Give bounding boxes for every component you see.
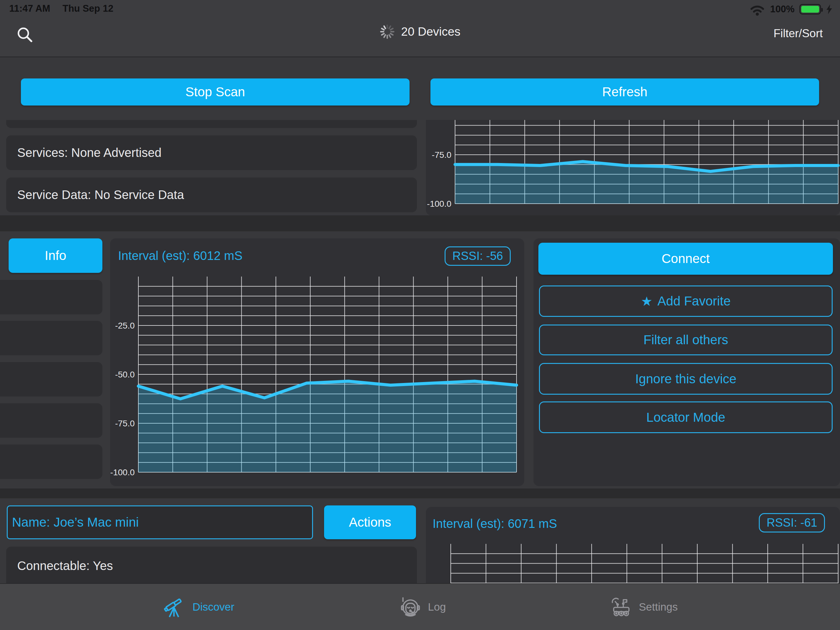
- filter-all-others-button[interactable]: Filter all others: [539, 324, 833, 355]
- interval-label: Interval (est): 6071 mS: [433, 517, 557, 531]
- device-actions-panel: Connect ★ Add Favorite Filter all others…: [534, 238, 840, 486]
- locator-mode-button[interactable]: Locator Mode: [539, 401, 833, 433]
- list-item[interactable]: [0, 321, 103, 355]
- tab-log-label: Log: [428, 601, 446, 613]
- svg-text:-50.0: -50.0: [115, 370, 135, 379]
- search-icon[interactable]: [16, 26, 34, 44]
- device-name-field[interactable]: Name: Joe’s Mac mini: [7, 505, 313, 539]
- rssi-badge: RSSI: -56: [445, 246, 511, 266]
- svg-text:-25.0: -25.0: [115, 321, 135, 330]
- interval-label: Interval (est): 6012 mS: [118, 249, 243, 263]
- ignore-device-button[interactable]: Ignore this device: [539, 363, 833, 395]
- tab-discover-label: Discover: [193, 601, 234, 613]
- add-favorite-label: Add Favorite: [657, 294, 731, 309]
- tab-settings[interactable]: Settings: [609, 584, 677, 630]
- status-left: 11:47 AM Thu Sep 12: [9, 3, 114, 14]
- tab-discover[interactable]: Discover: [163, 584, 234, 630]
- info-tab-button[interactable]: Info: [9, 238, 103, 273]
- rssi-chart-top: -25.0-50.0-75.0-100.0: [426, 120, 840, 215]
- list-item[interactable]: [0, 445, 103, 479]
- rssi-badge: RSSI: -61: [759, 513, 825, 532]
- ignore-label: Ignore this device: [635, 372, 736, 386]
- svg-text:-100.0: -100.0: [427, 199, 452, 209]
- section-divider: [0, 215, 840, 231]
- device-count-title: 20 Devices: [401, 25, 461, 38]
- list-item[interactable]: [0, 362, 103, 397]
- device-entry-selected: Info Interval (est): 6012 mS RSSI: -56 -…: [0, 231, 840, 489]
- list-item[interactable]: [0, 280, 103, 314]
- services-label: Services: None Advertised: [17, 146, 161, 160]
- loading-spinner-icon: [380, 24, 395, 40]
- filter-all-label: Filter all others: [644, 332, 728, 347]
- top-bar: 11:47 AM Thu Sep 12 100%: [0, 0, 840, 57]
- telescope-icon: [163, 595, 187, 619]
- filter-sort-button[interactable]: Filter/Sort: [774, 27, 823, 40]
- tab-settings-label: Settings: [639, 601, 677, 613]
- connect-button[interactable]: Connect: [538, 243, 833, 275]
- charging-bolt-icon: [826, 4, 833, 14]
- astronaut-icon: [398, 595, 422, 619]
- status-date: Thu Sep 12: [62, 3, 113, 14]
- wifi-icon: [749, 2, 765, 16]
- actions-button[interactable]: Actions: [324, 505, 416, 539]
- nav-title: 20 Devices: [380, 24, 461, 40]
- rover-icon: [609, 595, 633, 619]
- star-icon: ★: [641, 294, 653, 309]
- ble-scanner-screen: 11:47 AM Thu Sep 12 100%: [0, 0, 840, 630]
- battery-percent: 100%: [770, 4, 794, 15]
- svg-text:-75.0: -75.0: [115, 419, 135, 428]
- tab-log[interactable]: Log: [398, 584, 446, 630]
- section-divider: [0, 489, 840, 499]
- list-item[interactable]: [0, 403, 103, 438]
- clipped-cell: [6, 120, 417, 128]
- add-favorite-button[interactable]: ★ Add Favorite: [539, 285, 833, 317]
- locator-label: Locator Mode: [646, 410, 725, 425]
- device-name-value: Name: Joe’s Mac mini: [12, 515, 139, 530]
- tab-bar: Discover: [0, 583, 840, 630]
- services-cell: Services: None Advertised: [6, 135, 417, 170]
- svg-text:-100.0: -100.0: [111, 468, 135, 477]
- status-time: 11:47 AM: [9, 3, 50, 14]
- service-data-label: Service Data: No Service Data: [17, 188, 184, 202]
- battery-icon: [799, 4, 821, 14]
- refresh-button[interactable]: Refresh: [431, 78, 819, 106]
- stop-scan-button[interactable]: Stop Scan: [21, 78, 409, 106]
- service-data-cell: Service Data: No Service Data: [6, 177, 417, 212]
- device-entry-top: Services: None Advertised Service Data: …: [0, 120, 840, 215]
- svg-text:-75.0: -75.0: [432, 150, 452, 160]
- connectable-label: Connectable: Yes: [17, 559, 113, 573]
- rssi-chart-main: Interval (est): 6012 mS RSSI: -56 -25.0-…: [110, 238, 524, 486]
- status-right: 100%: [749, 2, 833, 16]
